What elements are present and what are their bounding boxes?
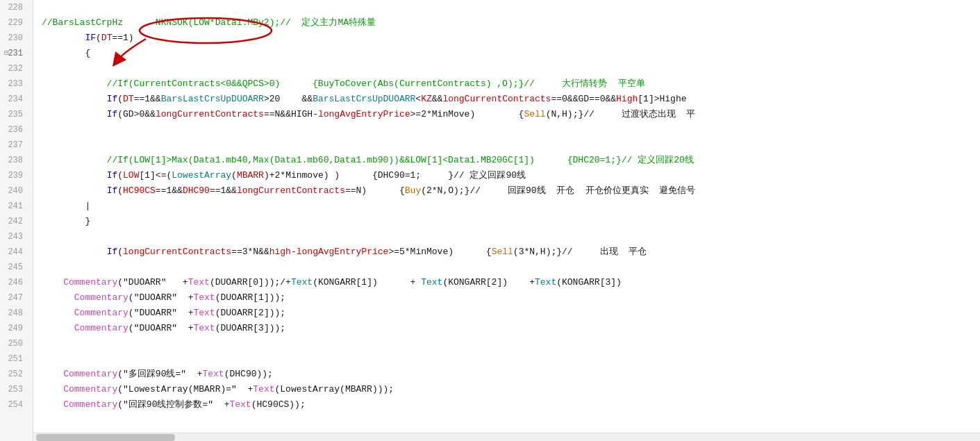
line-number: 228 xyxy=(3,0,27,15)
code-token: && xyxy=(258,244,269,260)
line-number: 232 xyxy=(3,61,27,76)
code-token: BarsLastCrsUpDUOARR xyxy=(161,92,264,107)
editor-container: 228229230⊟231232233234235236237238239240… xyxy=(0,0,980,441)
code-token: KZ xyxy=(421,92,432,107)
line-number: 238 xyxy=(3,153,27,168)
code-token: N xyxy=(253,244,258,260)
line-number: 235 xyxy=(3,107,27,122)
horizontal-scrollbar[interactable] xyxy=(33,433,980,441)
code-token: | xyxy=(42,199,90,214)
code-token: MinMove xyxy=(410,244,449,260)
code-token: (KONGARR[3]) xyxy=(556,275,622,290)
code-token: Text xyxy=(535,275,556,290)
code-token: { xyxy=(42,46,90,61)
code-line: If(LOW[1]<=(LowestArray(MBARR)+2*Minmove… xyxy=(33,168,980,183)
code-token: Text xyxy=(229,397,251,413)
code-token xyxy=(42,31,85,46)
code-token: ) ) {DHC90=1; }// 定义回踩90线 xyxy=(324,168,526,183)
line-number: 241 xyxy=(3,199,27,214)
code-token: ("LowestArray(MBARR)=" + xyxy=(117,382,253,397)
code-token: If xyxy=(107,168,118,183)
code-token: GD xyxy=(578,92,589,107)
code-line xyxy=(33,351,980,367)
code-token: If xyxy=(107,107,118,122)
code-line xyxy=(33,260,980,275)
code-token: == xyxy=(264,107,275,122)
code-line: //If(LOW[1]>Max(Data1.mb40,Max(Data1.mb6… xyxy=(33,153,980,168)
code-line: Commentary("DUOARR" +Text(DUOARR[3])); xyxy=(33,321,980,336)
code-token: HC90CS xyxy=(123,183,156,199)
code-token: ( xyxy=(117,92,123,107)
line-number: 249 xyxy=(3,321,27,336)
line-number: 234 xyxy=(3,92,27,107)
code-line: Commentary("多回踩90线=" +Text(DHC90)); xyxy=(33,367,980,382)
code-token: (DUOARR[1])); xyxy=(215,290,285,306)
code-token: (LowestArray(MBARR))); xyxy=(275,382,395,397)
code-token: (3*N,H);}// 出现 平仓 xyxy=(513,244,647,260)
line-number: 236 xyxy=(3,122,27,138)
code-token: == xyxy=(345,183,356,199)
code-token: ("DUOARR" + xyxy=(128,306,194,321)
code-token: Commentary xyxy=(74,290,128,306)
code-token: ("DUOARR" + xyxy=(117,275,188,290)
code-line: } xyxy=(33,214,980,229)
code-token: GD xyxy=(123,107,134,122)
code-token: ==0&& xyxy=(551,92,578,107)
line-number: 247 xyxy=(3,290,27,306)
code-token: >=2* xyxy=(410,107,432,122)
line-number: 246 xyxy=(3,275,27,290)
line-number: 242 xyxy=(3,214,27,229)
code-token: } xyxy=(42,214,90,229)
code-token: (HC90CS)); xyxy=(251,397,306,413)
code-token: ) { xyxy=(448,244,491,260)
code-token: Commentary xyxy=(63,275,117,290)
code-token: Commentary xyxy=(63,397,117,413)
code-token xyxy=(42,275,63,290)
code-token: (DUOARR[2])); xyxy=(215,306,285,321)
code-token: //BarsLastCrpHz NKNSOK(LOW*Data1.MBy2);/… xyxy=(42,15,376,31)
code-token: ( xyxy=(96,31,101,46)
code-token: (N,H);}// 过渡状态出现 平 xyxy=(546,107,696,122)
code-line: //BarsLastCrpHz NKNSOK(LOW*Data1.MBy2);/… xyxy=(33,15,980,31)
code-line xyxy=(33,0,980,15)
code-token: (KONGARR[1]) + xyxy=(313,275,421,290)
code-token: LowestArray xyxy=(172,168,231,183)
code-area[interactable]: //BarsLastCrpHz NKNSOK(LOW*Data1.MBy2);/… xyxy=(33,0,980,441)
code-token: Commentary xyxy=(63,367,117,382)
code-line: Commentary("LowestArray(MBARR)=" +Text(L… xyxy=(33,382,980,397)
code-token: ("回踩90线控制参数=" + xyxy=(117,397,229,413)
code-line: If(GD>0&&longCurrentContracts==N&&HIGH-l… xyxy=(33,107,980,122)
code-token: (KONGARR[2]) + xyxy=(442,275,535,290)
code-token: Text xyxy=(291,275,313,290)
line-number: 245 xyxy=(3,260,27,275)
code-line: If(DT==1&&BarsLastCrsUpDUOARR>20 &&BarsL… xyxy=(33,92,980,107)
code-token xyxy=(42,367,63,382)
expand-icon[interactable]: ⊟ xyxy=(4,46,8,61)
code-token: [1]>Highe xyxy=(638,92,686,107)
code-token: ( xyxy=(117,107,123,122)
line-number: 230 xyxy=(3,31,27,46)
code-token: )+2* xyxy=(264,168,285,183)
code-token xyxy=(42,306,74,321)
code-token: ) { xyxy=(361,183,404,199)
code-token: Sell xyxy=(524,107,545,122)
code-line xyxy=(33,229,980,244)
code-token: Commentary xyxy=(74,321,128,336)
code-token: && xyxy=(432,92,443,107)
scrollbar-thumb[interactable] xyxy=(36,434,175,441)
line-number: ⊟231 xyxy=(3,46,27,61)
code-token: Text xyxy=(193,321,215,336)
code-token: Text xyxy=(421,275,442,290)
code-token: Text xyxy=(193,290,215,306)
code-line: //If(CurrentContracts<0&&QPCS>0) {BuyToC… xyxy=(33,76,980,92)
line-numbers: 228229230⊟231232233234235236237238239240… xyxy=(0,0,33,441)
code-token: //If(LOW[1]>Max(Data1.mb40,Max(Data1.mb6… xyxy=(42,153,694,168)
code-token: BarsLastCrsUpDUOARR xyxy=(313,92,415,107)
code-line: Commentary("DUOARR" +Text(DUOARR[0]));/+… xyxy=(33,275,980,290)
code-token: Text xyxy=(193,306,215,321)
code-token: longCurrentContracts xyxy=(156,107,264,122)
code-line xyxy=(33,61,980,76)
code-token: Text xyxy=(188,275,210,290)
line-number: 240 xyxy=(3,183,27,199)
line-number: 250 xyxy=(3,336,27,351)
